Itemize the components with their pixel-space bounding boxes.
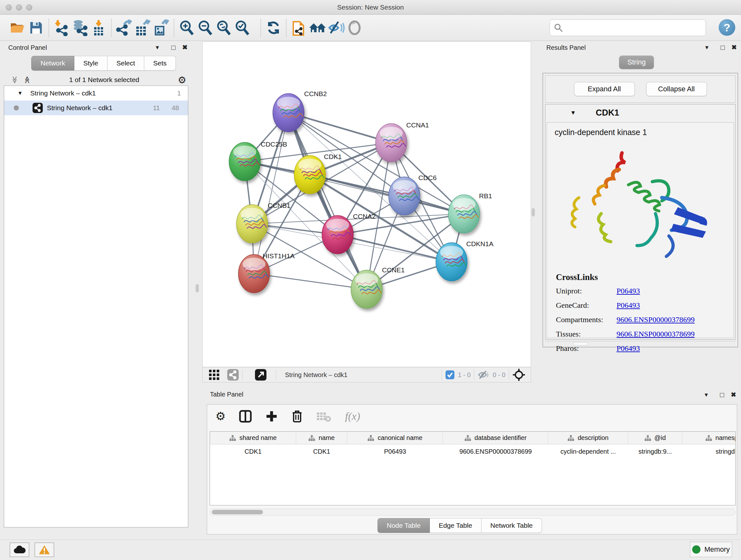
delete-column-trash-icon[interactable] bbox=[291, 410, 303, 423]
expand-all-button[interactable]: Expand All bbox=[574, 82, 635, 96]
crosslink-tissues-link[interactable]: 9606.ENSP00000378699 bbox=[616, 330, 695, 338]
add-column-plus-icon[interactable] bbox=[265, 410, 278, 423]
show-homes-button[interactable] bbox=[308, 18, 327, 37]
network-node-ccnb2[interactable]: CCNB2 bbox=[273, 90, 327, 132]
search-text-field[interactable] bbox=[566, 23, 700, 32]
hidden-eye-icon[interactable] bbox=[477, 370, 489, 380]
selected-checkbox-icon[interactable] bbox=[445, 370, 455, 380]
table-panel-close-button[interactable]: ✖ bbox=[731, 391, 736, 398]
show-columns-icon[interactable] bbox=[239, 410, 252, 423]
open-session-button[interactable] bbox=[8, 18, 27, 37]
column-header-namespace[interactable]: namespace bbox=[682, 432, 736, 444]
collapse-all-button[interactable]: Collapse All bbox=[646, 82, 707, 96]
network-node-ccne1[interactable]: CCNE1 bbox=[351, 266, 405, 308]
results-panel-close-button[interactable]: ✖ bbox=[731, 44, 737, 51]
network-row[interactable]: String Network – cdk1 11 48 bbox=[4, 101, 188, 115]
tab-node-table[interactable]: Node Table bbox=[378, 518, 430, 533]
table-cell[interactable]: stringdb:9... bbox=[628, 444, 682, 458]
table-horizontal-scrollbar[interactable] bbox=[210, 509, 736, 516]
network-badge-icon[interactable] bbox=[227, 369, 239, 381]
zoom-out-button[interactable] bbox=[196, 18, 214, 37]
network-node-cdc6[interactable]: CDC6 bbox=[389, 174, 436, 215]
table-cell[interactable]: 9606.ENSP00000378699 bbox=[443, 444, 548, 458]
network-node-ccna2[interactable]: CCNA2 bbox=[322, 212, 376, 254]
fit-selected-crosshair-icon[interactable] bbox=[512, 368, 526, 381]
column-header-description[interactable]: description bbox=[548, 432, 628, 444]
results-tab-string[interactable]: String bbox=[619, 56, 654, 69]
search-input[interactable] bbox=[549, 19, 706, 36]
crosslink-compartments-link[interactable]: 9606.ENSP00000378699 bbox=[616, 315, 695, 324]
minimize-window-button[interactable] bbox=[16, 4, 22, 10]
control-panel-maximize-button[interactable]: □ bbox=[172, 44, 176, 52]
network-node-cdkn1a[interactable]: CDKN1A bbox=[436, 240, 493, 281]
zoom-selected-button[interactable] bbox=[233, 18, 252, 37]
cloud-status-button[interactable] bbox=[10, 543, 29, 557]
birds-eye-grid-icon[interactable] bbox=[208, 369, 220, 381]
open-in-new-window-icon[interactable] bbox=[255, 369, 267, 381]
table-options-gear-icon[interactable]: ⚙ bbox=[215, 410, 226, 423]
table-panel-maximize-button[interactable]: □ bbox=[720, 391, 724, 399]
tab-select[interactable]: Select bbox=[108, 56, 144, 71]
network-node-cdk1[interactable]: CDK1 bbox=[294, 153, 342, 194]
tab-edge-table[interactable]: Edge Table bbox=[430, 518, 482, 533]
save-session-button[interactable] bbox=[27, 18, 45, 37]
column-header-database-identifier[interactable]: database identifier bbox=[443, 432, 548, 444]
hide-glass-eye-button[interactable] bbox=[327, 18, 345, 37]
column-header-shared-name[interactable]: shared name bbox=[210, 432, 296, 444]
network-node-ccna1[interactable]: CCNA1 bbox=[376, 121, 429, 162]
table-row[interactable]: CDK1CDK1P064939606.ENSP00000378699cyclin… bbox=[210, 444, 735, 458]
export-image-button[interactable] bbox=[152, 18, 171, 37]
crosslink-genecard-link[interactable]: P06493 bbox=[616, 301, 640, 310]
network-node-rb1[interactable]: RB1 bbox=[448, 192, 492, 233]
network-edge[interactable] bbox=[288, 113, 367, 289]
results-panel-maximize-button[interactable]: □ bbox=[721, 44, 725, 52]
crosslink-uniprot-link[interactable]: P06493 bbox=[616, 287, 640, 295]
import-table-button[interactable] bbox=[89, 18, 108, 37]
node-card-header[interactable]: ▼ CDK1 bbox=[545, 105, 735, 121]
control-panel-close-button[interactable]: ✖ bbox=[182, 44, 188, 51]
results-panel-float-button[interactable]: ▾ bbox=[705, 44, 709, 51]
network-options-gear-icon[interactable]: ⚙ bbox=[178, 74, 186, 85]
table-scrollbar-thumb[interactable] bbox=[212, 510, 263, 514]
node-table[interactable]: shared namenamecanonical namedatabase id… bbox=[210, 431, 736, 505]
import-network-button[interactable] bbox=[52, 18, 71, 37]
results-scrollbar-thumb[interactable] bbox=[573, 342, 588, 346]
collapse-triangle-icon[interactable]: ▼ bbox=[17, 90, 23, 96]
network-node-hist1h1a[interactable]: HIST1H1A bbox=[239, 252, 294, 293]
network-edge[interactable] bbox=[254, 273, 367, 289]
zoom-window-button[interactable] bbox=[26, 4, 32, 10]
collapse-triangle-icon[interactable]: ▼ bbox=[570, 110, 576, 116]
network-edge[interactable] bbox=[254, 113, 288, 273]
close-window-button[interactable] bbox=[6, 4, 12, 10]
control-panel-float-button[interactable]: ▾ bbox=[156, 44, 159, 51]
help-button[interactable]: ? bbox=[719, 19, 735, 36]
right-splitter-handle[interactable] bbox=[532, 208, 535, 216]
tab-sets[interactable]: Sets bbox=[144, 56, 176, 71]
warnings-button[interactable] bbox=[35, 543, 54, 557]
column-header-canonical-name[interactable]: canonical name bbox=[347, 432, 443, 444]
import-network-from-database-button[interactable] bbox=[71, 18, 89, 37]
column-header-name[interactable]: name bbox=[296, 432, 347, 444]
network-from-document-button[interactable] bbox=[290, 18, 308, 37]
network-graph[interactable]: CCNB2CCNA1CDC25BCDK1CDC6RB1CCNB1CCNA2CDK… bbox=[203, 42, 531, 367]
results-scrollbar-track[interactable] bbox=[545, 341, 736, 346]
export-network-button[interactable] bbox=[115, 18, 133, 37]
table-cell[interactable]: CDK1 bbox=[296, 444, 347, 458]
zoom-fit-button[interactable] bbox=[214, 18, 233, 37]
tab-network-table[interactable]: Network Table bbox=[482, 518, 542, 533]
memory-button[interactable]: Memory bbox=[690, 542, 732, 557]
zoom-in-button[interactable] bbox=[178, 18, 196, 37]
collapse-all-chevrons-icon[interactable]: ≫ bbox=[10, 76, 19, 83]
left-splitter-handle[interactable] bbox=[196, 284, 199, 293]
table-cell[interactable]: CDK1 bbox=[210, 444, 296, 458]
network-collection-row[interactable]: ▼ String Network – cdk1 1 bbox=[4, 86, 188, 101]
expand-all-chevrons-icon[interactable]: ≫ bbox=[23, 76, 31, 83]
tab-network[interactable]: Network bbox=[31, 56, 74, 71]
network-edge[interactable] bbox=[310, 175, 464, 214]
show-glass-eye-button[interactable] bbox=[345, 18, 364, 37]
table-cell[interactable]: cyclin-dependent ... bbox=[548, 444, 628, 458]
table-panel-float-button[interactable]: ▾ bbox=[704, 391, 708, 398]
apply-layout-button[interactable] bbox=[264, 18, 283, 37]
column-header--id[interactable]: @id bbox=[628, 432, 682, 444]
table-cell[interactable]: P06493 bbox=[347, 444, 443, 458]
